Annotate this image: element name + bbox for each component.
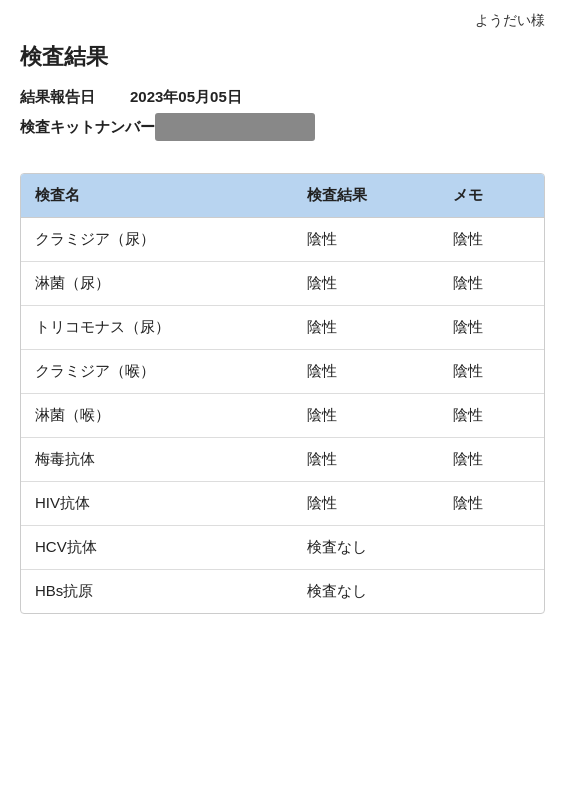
page-title: 検査結果 xyxy=(0,34,565,88)
header-memo: メモ xyxy=(439,174,544,218)
cell-test-result: 陰性 xyxy=(293,218,439,262)
table-header-row: 検査名 検査結果 メモ xyxy=(21,174,544,218)
cell-test-result: 検査なし xyxy=(293,570,439,614)
cell-test-name: HBs抗原 xyxy=(21,570,293,614)
table-row: クラミジア（喉）陰性陰性 xyxy=(21,350,544,394)
kit-number-redacted xyxy=(155,113,315,141)
cell-test-memo: 陰性 xyxy=(439,350,544,394)
cell-test-result: 陰性 xyxy=(293,482,439,526)
cell-test-result: 陰性 xyxy=(293,306,439,350)
cell-test-memo: 陰性 xyxy=(439,262,544,306)
cell-test-name: 梅毒抗体 xyxy=(21,438,293,482)
table-row: HIV抗体陰性陰性 xyxy=(21,482,544,526)
cell-test-name: HIV抗体 xyxy=(21,482,293,526)
cell-test-name: クラミジア（喉） xyxy=(21,350,293,394)
header-name: 検査名 xyxy=(21,174,293,218)
cell-test-name: 淋菌（尿） xyxy=(21,262,293,306)
cell-test-result: 陰性 xyxy=(293,438,439,482)
cell-test-memo: 陰性 xyxy=(439,438,544,482)
date-label: 結果報告日 xyxy=(20,88,130,107)
cell-test-name: HCV抗体 xyxy=(21,526,293,570)
cell-test-result: 陰性 xyxy=(293,350,439,394)
cell-test-name: 淋菌（喉） xyxy=(21,394,293,438)
table-row: クラミジア（尿）陰性陰性 xyxy=(21,218,544,262)
user-greeting: ようだい様 xyxy=(475,12,545,30)
cell-test-memo: 陰性 xyxy=(439,218,544,262)
table-row: HCV抗体検査なし xyxy=(21,526,544,570)
cell-test-name: トリコモナス（尿） xyxy=(21,306,293,350)
date-value: 2023年05月05日 xyxy=(130,88,242,107)
header-result: 検査結果 xyxy=(293,174,439,218)
date-row: 結果報告日 2023年05月05日 xyxy=(20,88,545,107)
meta-section: 結果報告日 2023年05月05日 検査キットナンバー xyxy=(0,88,565,163)
table-row: トリコモナス（尿）陰性陰性 xyxy=(21,306,544,350)
table-row: 梅毒抗体陰性陰性 xyxy=(21,438,544,482)
cell-test-memo xyxy=(439,526,544,570)
cell-test-memo: 陰性 xyxy=(439,482,544,526)
cell-test-result: 検査なし xyxy=(293,526,439,570)
cell-test-memo: 陰性 xyxy=(439,306,544,350)
cell-test-result: 陰性 xyxy=(293,394,439,438)
cell-test-result: 陰性 xyxy=(293,262,439,306)
kit-row: 検査キットナンバー xyxy=(20,113,545,141)
cell-test-memo xyxy=(439,570,544,614)
table-row: 淋菌（喉）陰性陰性 xyxy=(21,394,544,438)
results-table: 検査名 検査結果 メモ クラミジア（尿）陰性陰性淋菌（尿）陰性陰性トリコモナス（… xyxy=(21,174,544,613)
results-table-container: 検査名 検査結果 メモ クラミジア（尿）陰性陰性淋菌（尿）陰性陰性トリコモナス（… xyxy=(20,173,545,614)
table-row: 淋菌（尿）陰性陰性 xyxy=(21,262,544,306)
kit-label: 検査キットナンバー xyxy=(20,118,155,137)
cell-test-name: クラミジア（尿） xyxy=(21,218,293,262)
table-row: HBs抗原検査なし xyxy=(21,570,544,614)
cell-test-memo: 陰性 xyxy=(439,394,544,438)
